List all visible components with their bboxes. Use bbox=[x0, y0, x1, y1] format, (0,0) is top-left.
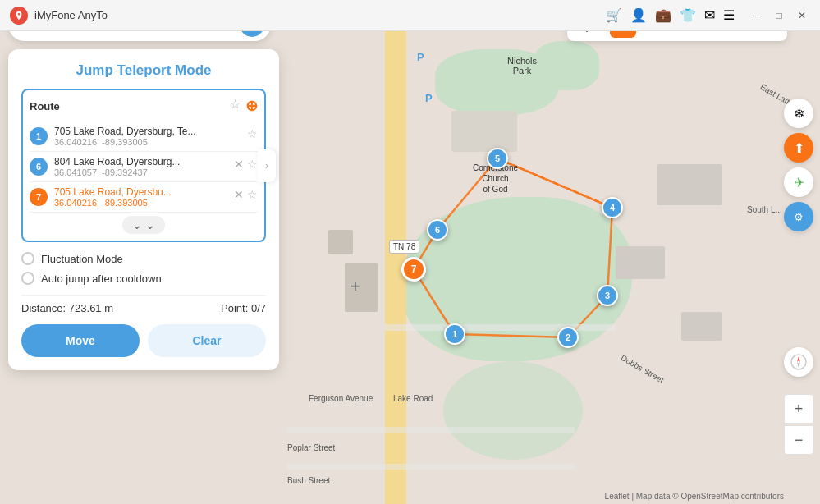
side-panel: Jump Teleport Mode Route ☆ ⊕ 1 705 Lake … bbox=[8, 49, 279, 370]
distance-label: Distance: bbox=[21, 302, 66, 314]
street-label-poplar: Poplar Street bbox=[287, 443, 335, 452]
route-coord-1: 36.040216, -89.393005 bbox=[54, 137, 241, 147]
route-star-6[interactable]: ☆ bbox=[247, 158, 258, 171]
svg-marker-18 bbox=[797, 362, 800, 368]
marker-7[interactable]: 7 bbox=[401, 257, 426, 282]
autojump-toggle-circle bbox=[21, 272, 34, 285]
autojump-toggle[interactable]: Auto jump after cooldown bbox=[21, 272, 266, 285]
app-title: iMyFone AnyTo bbox=[34, 9, 606, 21]
app-logo bbox=[10, 7, 28, 25]
street-label-south: South L... bbox=[747, 205, 782, 214]
toggle-section: Fluctuation Mode Auto jump after cooldow… bbox=[21, 252, 266, 285]
route-addr-7: 705 Lake Road, Dyersbu... bbox=[54, 186, 227, 198]
route-num-1: 1 bbox=[30, 127, 48, 145]
route-num-7: 7 bbox=[30, 188, 48, 206]
route-add-icon[interactable]: ⊕ bbox=[245, 97, 258, 115]
route-star-1[interactable]: ☆ bbox=[247, 127, 258, 140]
fluctuation-toggle-circle bbox=[21, 252, 34, 265]
move-button[interactable]: Move bbox=[21, 324, 140, 357]
maximize-button[interactable]: □ bbox=[771, 7, 787, 24]
point-label: Point: bbox=[221, 302, 248, 314]
street-label-ferguson: Ferguson Avenue bbox=[309, 394, 373, 403]
route-addr-1: 705 Lake Road, Dyersburg, Te... bbox=[54, 126, 241, 137]
minimize-button[interactable]: — bbox=[748, 7, 764, 24]
autojump-label: Auto jump after cooldown bbox=[41, 273, 162, 285]
title-toolbar: 🛒 👤 💼 👕 ✉ ☰ bbox=[606, 7, 735, 23]
snowflake-button[interactable]: ❄ bbox=[784, 99, 813, 128]
fluctuation-label: Fluctuation Mode bbox=[41, 253, 123, 265]
window-controls: — □ ✕ bbox=[748, 7, 810, 24]
route-favorite-icon[interactable]: ☆ bbox=[230, 97, 241, 115]
upload-button[interactable]: ⬆ bbox=[784, 133, 813, 163]
distance-info: Distance: 723.61 m bbox=[21, 302, 113, 314]
zoom-out-button[interactable]: − bbox=[784, 425, 813, 455]
close-button[interactable]: ✕ bbox=[794, 7, 810, 24]
map-attribution: Leaflet | Map data © OpenStreetMap contr… bbox=[605, 492, 784, 501]
add-location-icon[interactable]: + bbox=[350, 277, 360, 296]
right-float-buttons: ❄ ⬆ ✈ ⚙ bbox=[784, 99, 813, 231]
marker-1[interactable]: 1 bbox=[444, 323, 465, 345]
marker-6[interactable]: 6 bbox=[427, 219, 448, 241]
route-star-7[interactable]: ☆ bbox=[247, 188, 258, 201]
parking-p2: P bbox=[425, 92, 433, 104]
distance-row: Distance: 723.61 m Point: 0/7 bbox=[21, 295, 266, 314]
zoom-in-button[interactable]: + bbox=[784, 394, 813, 424]
compass-button[interactable] bbox=[784, 347, 813, 377]
paperplane-button[interactable]: ✈ bbox=[784, 167, 813, 197]
route-num-6: 6 bbox=[30, 158, 48, 176]
action-buttons: Move Clear bbox=[21, 324, 266, 357]
zoom-controls: + − bbox=[784, 394, 813, 455]
marker-4[interactable]: 4 bbox=[602, 197, 623, 218]
route-item: 7 705 Lake Road, Dyersbu... 36.040216, -… bbox=[30, 182, 258, 213]
marker-2[interactable]: 2 bbox=[557, 327, 579, 348]
route-addr-6: 804 Lake Road, Dyersburg... bbox=[54, 156, 227, 167]
route-coord-7: 36.040216, -89.393005 bbox=[54, 198, 227, 208]
route-item: 1 705 Lake Road, Dyersburg, Te... 36.040… bbox=[30, 121, 258, 152]
toggle-button[interactable]: ⚙ bbox=[784, 202, 813, 231]
street-label-bush: Bush Street bbox=[287, 476, 330, 485]
route-label: Route bbox=[30, 100, 60, 112]
clear-button[interactable]: Clear bbox=[148, 324, 266, 357]
shirt-icon[interactable]: 👕 bbox=[680, 7, 696, 23]
route-box: Route ☆ ⊕ 1 705 Lake Road, Dyersburg, Te… bbox=[21, 89, 266, 242]
panel-collapse-button[interactable]: › bbox=[258, 149, 276, 182]
park-label-nichols: NicholsPark bbox=[507, 56, 537, 76]
route-item: 6 804 Lake Road, Dyersburg... 36.041057,… bbox=[30, 152, 258, 182]
street-label-lake-road: Lake Road bbox=[393, 394, 433, 403]
route-remove-7[interactable]: ✕ bbox=[234, 188, 244, 201]
titlebar: iMyFone AnyTo 🛒 👤 💼 👕 ✉ ☰ — □ ✕ bbox=[0, 0, 820, 31]
menu-icon[interactable]: ☰ bbox=[723, 7, 735, 23]
marker-5[interactable]: 5 bbox=[487, 148, 508, 169]
collapse-routes-button[interactable]: ⌄ ⌄ bbox=[122, 216, 165, 234]
svg-marker-17 bbox=[797, 356, 800, 362]
fluctuation-toggle[interactable]: Fluctuation Mode bbox=[21, 252, 266, 265]
distance-value: 723.61 m bbox=[69, 302, 113, 314]
cart-icon[interactable]: 🛒 bbox=[606, 7, 622, 23]
route-remove-6[interactable]: ✕ bbox=[234, 158, 244, 171]
marker-3[interactable]: 3 bbox=[597, 285, 618, 306]
parking-p1: P bbox=[417, 51, 424, 63]
panel-title: Jump Teleport Mode bbox=[21, 62, 266, 79]
point-value: 0/7 bbox=[251, 302, 266, 314]
route-coord-6: 36.041057, -89.392437 bbox=[54, 167, 227, 177]
point-info: Point: 0/7 bbox=[221, 302, 266, 314]
bag-icon[interactable]: 💼 bbox=[655, 7, 671, 23]
mail-icon[interactable]: ✉ bbox=[704, 7, 715, 23]
account-icon[interactable]: 👤 bbox=[630, 7, 647, 23]
road-label-tn78: TN 78 bbox=[389, 240, 419, 254]
